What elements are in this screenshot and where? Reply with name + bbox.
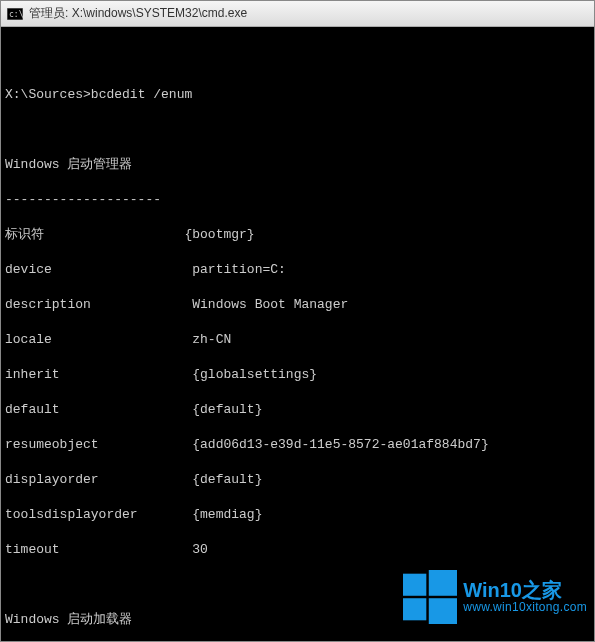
- cmd-window: c:\ 管理员: X:\windows\SYSTEM32\cmd.exe X:\…: [0, 0, 595, 642]
- watermark-title: Win10之家: [463, 580, 587, 601]
- terminal-output[interactable]: X:\Sources>bcdedit /enum Windows 启动管理器 -…: [1, 27, 594, 641]
- svg-rect-2: [403, 574, 426, 596]
- svg-text:c:\: c:\: [9, 10, 23, 19]
- command-line: X:\Sources>bcdedit /enum: [5, 86, 594, 104]
- cmd-icon: c:\: [7, 6, 23, 22]
- kv-row: device partition=C:: [5, 261, 594, 279]
- kv-row: displayorder {default}: [5, 471, 594, 489]
- blank-line: [5, 51, 594, 69]
- blank-line: [5, 121, 594, 139]
- kv-row: inherit {globalsettings}: [5, 366, 594, 384]
- kv-row: description Windows Boot Manager: [5, 296, 594, 314]
- kv-row: locale zh-CN: [5, 331, 594, 349]
- kv-row: 标识符 {bootmgr}: [5, 226, 594, 244]
- svg-rect-4: [403, 598, 426, 620]
- kv-row: resumeobject {add06d13-e39d-11e5-8572-ae…: [5, 436, 594, 454]
- section-header-bootmgr: Windows 启动管理器: [5, 156, 594, 174]
- kv-row: toolsdisplayorder {memdiag}: [5, 506, 594, 524]
- kv-row: timeout 30: [5, 541, 594, 559]
- svg-rect-3: [429, 570, 457, 596]
- window-title: 管理员: X:\windows\SYSTEM32\cmd.exe: [29, 5, 588, 22]
- kv-row: default {default}: [5, 401, 594, 419]
- watermark-url: www.win10xitong.com: [463, 601, 587, 614]
- svg-rect-5: [429, 598, 457, 624]
- windows-logo-icon: [403, 570, 457, 624]
- watermark: Win10之家 www.win10xitong.com: [403, 570, 587, 624]
- titlebar[interactable]: c:\ 管理员: X:\windows\SYSTEM32\cmd.exe: [1, 1, 594, 27]
- divider: --------------------: [5, 191, 594, 209]
